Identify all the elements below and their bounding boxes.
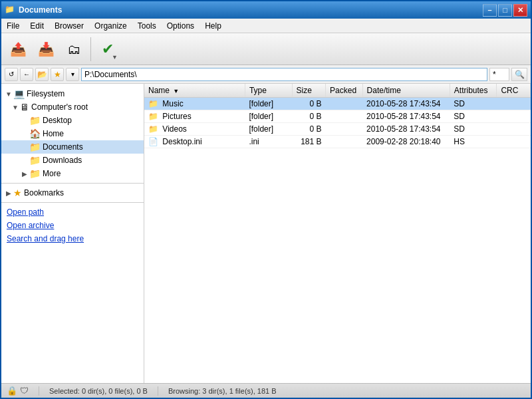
sidebar-item-computer-root[interactable]: ▼ 🖥 Computer's root <box>1 100 144 114</box>
column-packed[interactable]: Packed <box>326 84 363 98</box>
file-icon: 📄 <box>148 137 158 146</box>
table-row[interactable]: 📁 Music [folder] 0 B 2010-05-28 17:43:54… <box>144 98 531 110</box>
sidebar-item-filesystem[interactable]: ▼ 💻 Filesystem <box>1 87 144 100</box>
menu-help[interactable]: Help <box>200 20 227 32</box>
menu-file[interactable]: File <box>1 20 25 32</box>
file-crc-cell <box>497 123 531 136</box>
file-attr-cell: SD <box>450 123 497 136</box>
folder-up-button[interactable]: 📂 <box>35 68 49 81</box>
bookmark-icon: ★ <box>54 70 61 79</box>
check-dropdown-arrow: ▼ <box>112 54 118 61</box>
column-size[interactable]: Size <box>292 84 325 98</box>
folder-icon: 📁 <box>148 112 158 121</box>
bookmarks-label: Bookmarks <box>24 188 64 198</box>
refresh-button[interactable]: ↺ <box>5 68 18 81</box>
documents-label: Documents <box>43 142 83 152</box>
extract-button[interactable]: 🗂 <box>61 36 87 63</box>
column-crc[interactable]: CRC <box>497 84 531 98</box>
sidebar-item-bookmarks[interactable]: ▶ ★ Bookmarks <box>1 186 144 200</box>
folder-up-icon: 📂 <box>37 70 47 79</box>
column-attributes[interactable]: Attributes <box>450 84 497 98</box>
toolbar-separator <box>90 37 91 61</box>
desktop-icon: 📁 <box>29 115 41 126</box>
copy-in-button[interactable]: 📥 <box>33 36 59 63</box>
sidebar-item-documents[interactable]: 📁 Documents <box>1 140 144 154</box>
sidebar: ▼ 💻 Filesystem ▼ 🖥 Computer's root 📁 Des… <box>1 84 144 383</box>
check-button[interactable]: ✔ ▼ <box>94 36 121 63</box>
file-crc-cell <box>497 110 531 123</box>
file-type-cell: [folder] <box>245 110 292 123</box>
menu-bar: File Edit Browser Organize Tools Options… <box>1 19 531 33</box>
search-drag-link[interactable]: Search and drag here <box>1 232 144 245</box>
path-input[interactable] <box>81 68 487 81</box>
menu-organize[interactable]: Organize <box>89 20 132 32</box>
sidebar-item-downloads[interactable]: 📁 Downloads <box>1 154 144 167</box>
filesystem-label: Filesystem <box>27 89 65 98</box>
menu-edit[interactable]: Edit <box>25 20 49 32</box>
sidebar-item-desktop[interactable]: 📁 Desktop <box>1 114 144 127</box>
file-attr-cell: HS <box>450 136 497 148</box>
file-size-cell: 0 B <box>292 110 325 123</box>
status-bar: 🔒 🛡 Selected: 0 dir(s), 0 file(s), 0 B B… <box>1 383 531 398</box>
filesystem-icon: 💻 <box>13 88 25 99</box>
table-row[interactable]: 📄 Desktop.ini .ini 181 B 2009-02-28 20:1… <box>144 136 531 148</box>
main-area: ▼ 💻 Filesystem ▼ 🖥 Computer's root 📁 Des… <box>1 84 531 383</box>
home-label: Home <box>43 129 64 138</box>
no-expand <box>20 130 29 138</box>
sidebar-divider-2 <box>1 202 144 203</box>
file-packed-cell <box>326 123 363 136</box>
search-icon: 🔍 <box>515 70 525 79</box>
menu-tools[interactable]: Tools <box>132 20 162 32</box>
column-type[interactable]: Type <box>245 84 292 98</box>
open-path-link[interactable]: Open path <box>1 205 144 219</box>
extract-icon: 🗂 <box>67 43 80 56</box>
close-button[interactable]: ✕ <box>513 4 527 17</box>
window-controls: – □ ✕ <box>483 4 527 17</box>
table-row[interactable]: 📁 Videos [folder] 0 B 2010-05-28 17:43:5… <box>144 123 531 136</box>
status-icons: 🔒 🛡 <box>7 386 29 396</box>
column-datetime[interactable]: Date/time <box>362 84 450 98</box>
sort-arrow: ▼ <box>173 88 179 94</box>
downloads-label: Downloads <box>43 156 82 165</box>
menu-options[interactable]: Options <box>162 20 200 32</box>
no-expand <box>20 144 29 151</box>
file-size-cell: 181 B <box>292 136 325 148</box>
menu-browser[interactable]: Browser <box>49 20 89 32</box>
desktop-label: Desktop <box>43 116 72 125</box>
file-name-cell: 📁 Pictures <box>144 110 245 123</box>
copy-out-button[interactable]: 📤 <box>5 36 31 63</box>
home-icon: 🏠 <box>29 128 41 139</box>
sidebar-item-home[interactable]: 🏠 Home <box>1 127 144 140</box>
window-title: Documents <box>19 5 483 15</box>
more-icon: 📁 <box>29 168 41 179</box>
maximize-button[interactable]: □ <box>498 4 512 17</box>
shield-icon: 🛡 <box>20 386 29 396</box>
file-name-cell: 📄 Desktop.ini <box>144 136 245 148</box>
folder-icon: 📁 <box>148 99 158 108</box>
table-row[interactable]: 📁 Pictures [folder] 0 B 2010-05-28 17:43… <box>144 110 531 123</box>
minimize-button[interactable]: – <box>483 4 497 17</box>
expand-icon: ▼ <box>4 90 13 98</box>
file-crc-cell <box>497 136 531 148</box>
window-icon: 📁 <box>5 5 15 15</box>
sidebar-item-more[interactable]: ▶ 📁 More <box>1 167 144 180</box>
file-pane[interactable]: Name ▼ Type Size Packed Date/time Attrib… <box>144 84 531 383</box>
file-datetime-cell: 2010-05-28 17:43:54 <box>362 110 450 123</box>
file-packed-cell <box>326 98 363 110</box>
dropdown-button[interactable]: ▾ <box>66 68 79 81</box>
back-button[interactable]: ← <box>20 68 33 81</box>
file-name: Pictures <box>162 112 191 121</box>
bookmark-button[interactable]: ★ <box>51 68 64 81</box>
file-packed-cell <box>326 110 363 123</box>
folder-icon: 📁 <box>148 124 158 134</box>
downloads-icon: 📁 <box>29 155 41 166</box>
computer-root-icon: 🖥 <box>20 102 29 112</box>
more-label: More <box>43 169 61 178</box>
search-button[interactable]: 🔍 <box>511 68 527 81</box>
selected-status: Selected: 0 dir(s), 0 file(s), 0 B <box>49 387 148 395</box>
expand-icon: ▼ <box>11 104 20 111</box>
open-archive-link[interactable]: Open archive <box>1 219 144 232</box>
column-name[interactable]: Name ▼ <box>144 84 245 98</box>
filter-input[interactable] <box>489 68 509 81</box>
file-type-cell: [folder] <box>245 123 292 136</box>
